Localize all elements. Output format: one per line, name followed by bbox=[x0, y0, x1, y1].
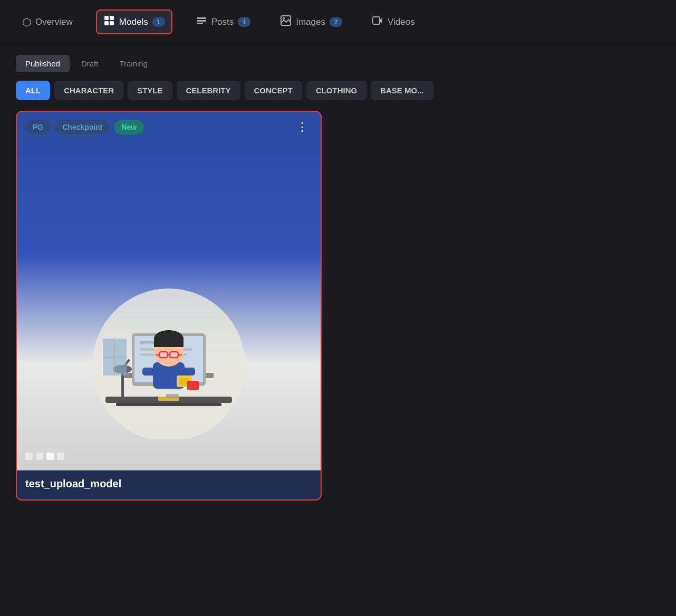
card-top-bar: PG Checkpoint New ⋮ bbox=[17, 112, 321, 142]
card-image-dots bbox=[25, 453, 64, 460]
category-pills-container: ALL CHARACTER STYLE CELEBRITY CONCEPT CL… bbox=[0, 81, 676, 111]
overview-icon: ⬡ bbox=[22, 16, 31, 28]
nav-label-images: Images bbox=[296, 17, 325, 27]
card-menu-button[interactable]: ⋮ bbox=[292, 119, 312, 135]
dot-2 bbox=[36, 453, 43, 460]
svg-rect-12 bbox=[116, 403, 221, 406]
nav-label-overview: Overview bbox=[35, 17, 73, 27]
svg-rect-3 bbox=[110, 21, 114, 25]
category-pill-base-model[interactable]: BASE MO... bbox=[371, 81, 433, 100]
nav-item-models[interactable]: Models 1 bbox=[96, 9, 172, 34]
filter-tabs-container: Published Draft Training bbox=[0, 44, 676, 81]
filter-tab-published[interactable]: Published bbox=[16, 55, 70, 72]
card-illustration bbox=[74, 270, 264, 439]
dot-4 bbox=[57, 453, 64, 460]
svg-rect-25 bbox=[154, 338, 184, 347]
svg-rect-6 bbox=[197, 23, 203, 24]
nav-item-overview[interactable]: ⬡ Overview bbox=[16, 12, 79, 33]
svg-rect-26 bbox=[159, 352, 168, 358]
card-title-area: test_upload_model bbox=[17, 470, 321, 499]
nav-label-videos: Videos bbox=[388, 17, 415, 27]
svg-rect-21 bbox=[142, 368, 158, 376]
nav-label-posts: Posts bbox=[211, 17, 234, 27]
category-pill-style[interactable]: STYLE bbox=[128, 81, 172, 100]
nav-label-models: Models bbox=[119, 17, 148, 27]
category-pill-character[interactable]: CHARACTER bbox=[54, 81, 123, 100]
svg-rect-27 bbox=[170, 352, 178, 358]
dot-1 bbox=[25, 453, 33, 460]
card-image-area bbox=[17, 112, 321, 470]
dot-3 bbox=[46, 453, 54, 460]
nav-item-images[interactable]: Images 2 bbox=[274, 11, 349, 33]
category-pill-clothing[interactable]: CLOTHING bbox=[306, 81, 366, 100]
nav-item-videos[interactable]: Videos bbox=[365, 11, 421, 33]
svg-rect-22 bbox=[179, 368, 195, 376]
category-pill-all[interactable]: ALL bbox=[16, 81, 50, 100]
nav-item-posts[interactable]: Posts 1 bbox=[189, 11, 257, 33]
posts-icon bbox=[196, 15, 207, 29]
top-navigation: ⬡ Overview Models 1 Posts 1 bbox=[0, 0, 676, 44]
badge-checkpoint: Checkpoint bbox=[55, 120, 110, 134]
card-badges: PG Checkpoint New bbox=[25, 120, 144, 134]
filter-tab-training[interactable]: Training bbox=[110, 55, 157, 72]
badge-pg: PG bbox=[25, 120, 51, 134]
svg-rect-1 bbox=[110, 16, 114, 20]
svg-point-8 bbox=[283, 17, 285, 20]
card-title: test_upload_model bbox=[25, 478, 121, 489]
images-icon bbox=[280, 15, 292, 29]
category-pill-celebrity[interactable]: CELEBRITY bbox=[177, 81, 240, 100]
svg-rect-5 bbox=[197, 20, 206, 22]
content-area: PG Checkpoint New ⋮ bbox=[0, 111, 676, 500]
models-badge: 1 bbox=[152, 17, 165, 27]
svg-rect-38 bbox=[166, 394, 179, 398]
svg-rect-4 bbox=[197, 17, 206, 19]
filter-tab-draft[interactable]: Draft bbox=[72, 55, 108, 72]
images-badge: 2 bbox=[330, 17, 342, 27]
svg-rect-9 bbox=[373, 17, 380, 24]
posts-badge: 1 bbox=[238, 17, 250, 27]
model-card[interactable]: PG Checkpoint New ⋮ bbox=[16, 111, 322, 500]
category-pill-concept[interactable]: CONCEPT bbox=[245, 81, 302, 100]
svg-rect-2 bbox=[104, 21, 109, 25]
svg-rect-36 bbox=[187, 381, 199, 390]
videos-icon bbox=[372, 15, 383, 29]
svg-rect-0 bbox=[104, 16, 109, 20]
models-icon bbox=[103, 15, 115, 29]
badge-new: New bbox=[114, 120, 144, 134]
